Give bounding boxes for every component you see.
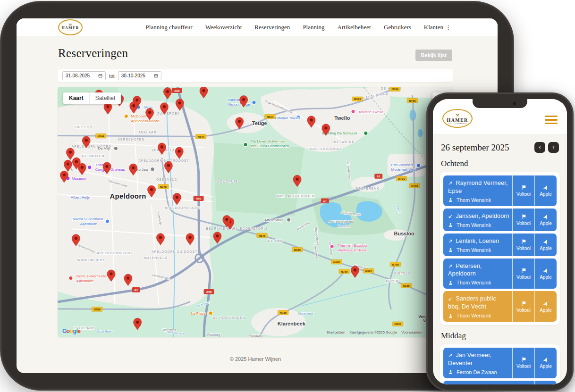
navigate-button[interactable]: Apple (534, 175, 557, 206)
map-label: POSTERENK (355, 187, 380, 190)
map-pond (418, 129, 423, 137)
google-logo[interactable]: Google (62, 328, 80, 334)
next-day-button[interactable]: › (548, 142, 559, 153)
logo-text: HAMER (447, 117, 468, 123)
date-to-input[interactable]: 30-10-2025 (118, 71, 161, 80)
nav-item-reserveringen[interactable]: Reserveringen (254, 24, 290, 31)
poi-icon[interactable] (105, 219, 109, 223)
complete-button[interactable]: Voltooi (534, 381, 557, 384)
navigate-button[interactable]: Apple (534, 259, 557, 289)
map-type-kaart[interactable]: Kaart (63, 92, 89, 104)
complete-label: Voltooi (516, 221, 531, 226)
poi-icon[interactable] (151, 167, 154, 171)
map-label: Apeldoorn Noord (131, 119, 159, 123)
nav-item-klanten[interactable]: Klanten (424, 24, 443, 31)
poi-icon[interactable] (124, 114, 128, 118)
complete-label: Voltooi (516, 364, 531, 369)
attribution-link[interactable]: Sneltoetsen (327, 330, 346, 334)
poi-icon[interactable] (416, 163, 420, 167)
map-pin-hole (150, 188, 153, 191)
reservation-main[interactable]: ↗Petersen, Apeldoorn Thom Wensink (443, 259, 512, 289)
road-badge-label: N791 (398, 177, 405, 180)
navigate-button[interactable]: Apple (534, 234, 557, 256)
poi-icon[interactable] (244, 142, 247, 146)
phone-screen: ⚒ HAMER 26 september 2025 ‹ › Ochtend ↗R… (433, 99, 567, 384)
complete-button[interactable]: Voltooi (512, 209, 534, 231)
complete-button[interactable]: Voltooi (512, 259, 534, 289)
nav-item-weekoverzicht[interactable]: Weekoverzicht (205, 24, 242, 31)
reservation-main[interactable]: ↗Lentink, Loenen Thom Wensink (443, 234, 512, 256)
complete-button[interactable]: Voltooi (512, 234, 534, 256)
reservation-main[interactable]: ↙Janssen, Apeldoorn Thom Wensink (443, 209, 512, 231)
map-pin-hole (81, 166, 84, 169)
map-label: Woudweg (249, 334, 262, 337)
road-badge-label: A50 (174, 89, 180, 92)
reservation-card[interactable]: ↗Petersen, Apeldoorn Thom Wensink Voltoo… (443, 259, 557, 289)
road-badge-label: N345 (403, 284, 410, 287)
road-badge-label: N345 (160, 185, 167, 188)
hamburger-menu-icon[interactable] (545, 116, 558, 128)
reservation-main[interactable]: ↗Raymond Vermeer, Epse Thom Wensink (443, 175, 512, 206)
previous-day-button[interactable]: ‹ (534, 142, 545, 153)
map-pin-hole (136, 321, 139, 324)
navigate-label: Apple (540, 192, 552, 197)
checkered-flag-icon (521, 239, 527, 245)
navigate-button[interactable]: Apple (534, 209, 557, 231)
poi-icon[interactable] (114, 146, 118, 150)
nav-item-planning-chauffeur[interactable]: Planning chauffeur (146, 24, 193, 31)
person-icon (448, 280, 453, 285)
reservation-card[interactable]: ↙Sanders public bbq, De Vecht Thom Wensi… (443, 291, 557, 322)
view-list-button[interactable]: Bekijk lijst (415, 50, 452, 61)
date-from-input[interactable]: 31-08-2025 (62, 71, 106, 80)
map-label: DE KAR (268, 239, 283, 242)
map-label: Bussloo (338, 224, 350, 228)
reservation-main[interactable]: ↗Jan Vermeer, Deventer Ferron De Zwaan (443, 348, 512, 378)
reservation-card[interactable]: Koud zetten bestelling De Groot Thom Wen… (443, 381, 557, 384)
map-canvas[interactable]: ApeldoornTwelloBusslooKlarenbeekTeugeVoo… (58, 87, 453, 337)
reservation-card[interactable]: ↗Jan Vermeer, Deventer Ferron De Zwaan V… (443, 348, 557, 378)
navigate-button[interactable]: Apple (534, 291, 557, 322)
reservation-card[interactable]: ↙Janssen, Apeldoorn Thom Wensink Voltooi… (443, 209, 557, 231)
nav-item-gebruikers[interactable]: Gebruikers (384, 24, 411, 31)
reservations-map[interactable]: ApeldoornTwelloBusslooKlarenbeekTeugeVoo… (58, 87, 453, 337)
poi-icon[interactable] (252, 100, 256, 104)
map-label: APELDOORN NOORDOOST (138, 159, 189, 162)
reservation-card[interactable]: ↗Raymond Vermeer, Epse Thom Wensink Volt… (443, 175, 557, 206)
map-type-satelliet[interactable]: Satelliet (89, 92, 121, 104)
nav-item-planning[interactable]: Planning (303, 24, 324, 31)
complete-button[interactable]: Voltooi (512, 175, 534, 206)
phone-sections: Ochtend ↗Raymond Vermeer, Epse Thom Wens… (440, 159, 560, 384)
reservation-main[interactable]: ↙Sanders public bbq, De Vecht Thom Wensi… (443, 291, 512, 322)
navigate-button[interactable]: Apple (534, 348, 557, 378)
poi-icon[interactable] (69, 276, 73, 280)
reservation-card[interactable]: ↗Lentink, Loenen Thom Wensink Voltooi Ap… (443, 234, 557, 256)
poi-icon[interactable] (87, 165, 91, 169)
map-label: Wellness & Hotel (338, 248, 366, 252)
poi-icon[interactable] (287, 218, 290, 222)
road-badge-label: A50 (206, 290, 212, 293)
map-label: Apeldoorn (76, 279, 93, 283)
map-label: Thermen Bussloo (338, 243, 367, 248)
complete-label: Voltooi (516, 275, 531, 280)
reservation-title: Lentink, Loenen (456, 238, 499, 244)
attribution-link[interactable]: Kaartgegevens ©2025 Google (349, 330, 397, 334)
complete-button[interactable]: Voltooi (512, 348, 534, 378)
poi-icon[interactable] (330, 244, 334, 248)
map-pin-hole (163, 105, 166, 108)
poi-icon[interactable] (209, 311, 212, 315)
kebab-menu-icon[interactable]: ⋮ (445, 24, 451, 31)
complete-button[interactable]: Voltooi (512, 291, 534, 322)
calendar-icon (98, 74, 102, 78)
hamer-logo[interactable]: ⚒ HAMER (442, 109, 473, 128)
calendar-icon (154, 74, 158, 78)
poi-icon[interactable] (351, 109, 355, 113)
map-pin-hole (324, 126, 327, 129)
road-badge-label: N345 (294, 249, 301, 251)
road-badge-label: N345 (259, 234, 266, 237)
reservation-main[interactable]: Koud zetten bestelling De Groot Thom Wen… (443, 381, 534, 384)
nav-item-artikelbeheer[interactable]: Artikelbeheer (338, 24, 371, 31)
poi-icon[interactable] (364, 131, 368, 135)
attribution-link[interactable]: Voorwaarden (401, 330, 422, 334)
map-label: Apeldoorn (110, 192, 146, 200)
hamer-logo[interactable]: ⚒ HAMER (58, 19, 83, 35)
